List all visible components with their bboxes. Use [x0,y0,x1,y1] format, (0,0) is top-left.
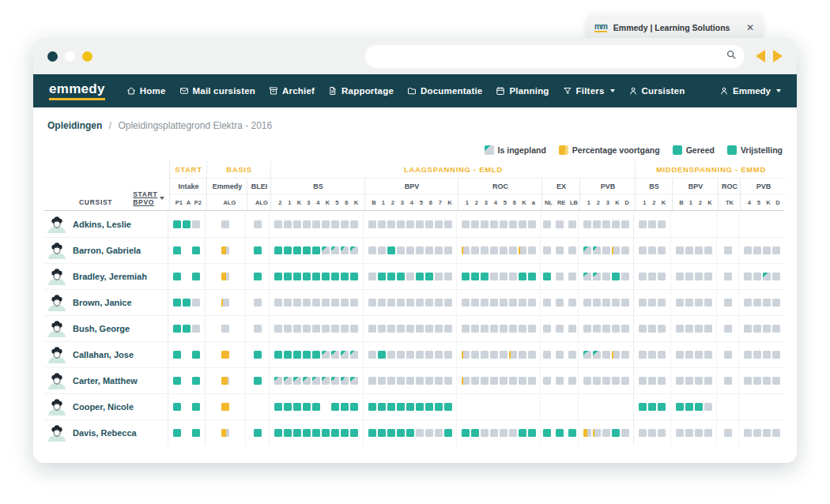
progress-cell[interactable] [658,429,666,437]
progress-cell[interactable] [685,325,693,333]
progress-cell[interactable] [704,325,712,333]
progress-cell[interactable] [303,429,311,437]
progress-cell[interactable] [724,351,732,359]
progress-cell[interactable] [368,403,376,411]
progress-cell[interactable] [221,273,229,280]
progress-cell[interactable] [435,351,443,359]
progress-cell[interactable] [724,299,732,307]
breadcrumb-opleidingen[interactable]: Opleidingen [47,120,102,131]
progress-cell[interactable] [368,299,376,307]
progress-cell[interactable] [406,377,414,385]
progress-cell[interactable] [444,403,452,411]
progress-cell[interactable] [331,273,339,280]
progress-cell[interactable] [509,429,517,437]
progress-cell[interactable] [500,377,507,385]
progress-cell[interactable] [704,377,712,385]
progress-cell[interactable] [744,351,752,359]
progress-cell[interactable] [173,429,181,437]
progress-cell[interactable] [322,273,330,280]
progress-cell[interactable] [221,403,229,411]
progress-cell[interactable] [519,246,526,254]
progress-cell[interactable] [284,403,292,411]
progress-cell[interactable] [397,351,405,359]
progress-cell[interactable] [173,377,181,385]
progress-cell[interactable] [322,377,330,385]
progress-cell[interactable] [556,325,564,333]
progress-cell[interactable] [612,246,620,254]
progress-cell[interactable] [724,325,732,333]
progress-cell[interactable] [312,377,320,385]
progress-cell[interactable] [284,246,292,254]
progress-cell[interactable] [416,429,424,437]
progress-cell[interactable] [397,429,405,437]
progress-cell[interactable] [435,273,443,280]
progress-cell[interactable] [406,429,414,437]
progress-cell[interactable] [312,351,320,359]
progress-cell[interactable] [509,273,517,280]
progress-cell[interactable] [593,220,601,228]
progress-cell[interactable] [274,246,282,254]
progress-cell[interactable] [312,246,320,254]
progress-cell[interactable] [583,220,591,228]
progress-cell[interactable] [350,246,358,254]
progress-cell[interactable] [331,351,339,359]
progress-cell[interactable] [183,299,191,307]
progress-cell[interactable] [462,351,470,359]
progress-cell[interactable] [341,299,349,307]
progress-cell[interactable] [568,325,576,333]
progress-cell[interactable] [685,273,693,280]
progress-cell[interactable] [444,377,452,385]
progress-cell[interactable] [183,220,191,228]
progress-cell[interactable] [704,429,712,437]
progress-cell[interactable] [543,299,551,307]
progress-cell[interactable] [556,429,564,437]
progress-cell[interactable] [387,220,395,228]
progress-cell[interactable] [639,377,647,385]
progress-cell[interactable] [312,325,320,333]
progress-cell[interactable] [500,273,507,280]
progress-cell[interactable] [183,325,191,333]
progress-cell[interactable] [593,273,601,280]
progress-cell[interactable] [602,299,610,307]
progress-cell[interactable] [695,299,703,307]
progress-cell[interactable] [685,299,693,307]
progress-cell[interactable] [397,325,405,333]
progress-cell[interactable] [763,273,771,280]
progress-cell[interactable] [658,220,666,228]
progress-cell[interactable] [621,273,629,280]
progress-cell[interactable] [744,299,752,307]
progress-cell[interactable] [481,429,489,437]
progress-cell[interactable] [583,377,591,385]
progress-cell[interactable] [602,220,610,228]
progress-cell[interactable] [490,351,498,359]
student-name[interactable]: Callahan, Jose [73,350,134,359]
progress-cell[interactable] [543,246,551,254]
progress-cell[interactable] [568,351,576,359]
progress-cell[interactable] [648,351,656,359]
progress-cell[interactable] [528,220,536,228]
progress-cell[interactable] [490,377,498,385]
progress-cell[interactable] [543,429,551,437]
progress-cell[interactable] [284,273,292,280]
progress-cell[interactable] [341,403,349,411]
progress-cell[interactable] [221,325,229,333]
progress-cell[interactable] [425,220,433,228]
progress-cell[interactable] [173,220,181,228]
progress-cell[interactable] [435,429,443,437]
progress-cell[interactable] [416,325,424,333]
progress-cell[interactable] [397,273,405,280]
progress-cell[interactable] [593,299,601,307]
progress-cell[interactable] [254,351,262,359]
progress-cell[interactable] [471,429,479,437]
progress-cell[interactable] [284,299,292,307]
progress-cell[interactable] [378,429,386,437]
progress-cell[interactable] [593,377,601,385]
progress-cell[interactable] [397,246,405,254]
progress-cell[interactable] [303,325,311,333]
progress-cell[interactable] [509,325,517,333]
nav-item-mail-cursisten[interactable]: Mail cursisten [179,86,256,96]
progress-cell[interactable] [254,220,262,228]
progress-cell[interactable] [621,299,629,307]
progress-cell[interactable] [481,325,489,333]
progress-cell[interactable] [695,351,703,359]
